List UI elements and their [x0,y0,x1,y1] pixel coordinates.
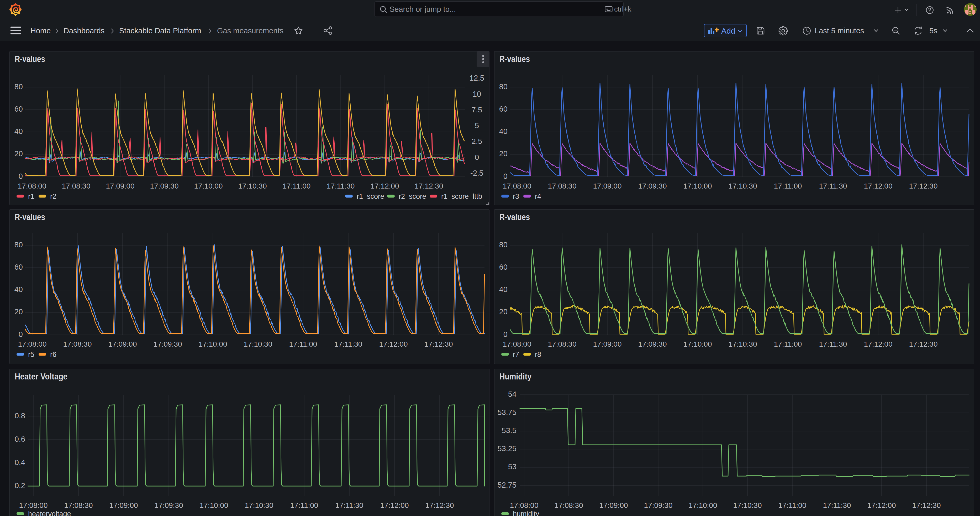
svg-text:60: 60 [499,263,508,271]
svg-text:60: 60 [14,105,23,113]
svg-text:r1_score: r1_score [357,193,384,201]
svg-text:17:09:30: 17:09:30 [638,340,667,348]
svg-text:17:11:30: 17:11:30 [819,182,847,190]
svg-text:0: 0 [503,330,508,339]
svg-text:53.25: 53.25 [497,444,517,453]
svg-text:10: 10 [473,90,481,98]
svg-text:20: 20 [14,150,23,158]
svg-text:17:08:00: 17:08:00 [19,501,48,510]
svg-text:17:12:30: 17:12:30 [909,182,938,190]
svg-text:r4: r4 [535,193,541,201]
svg-text:17:10:30: 17:10:30 [733,501,762,510]
svg-text:17:11:30: 17:11:30 [334,340,363,348]
svg-text:20: 20 [499,150,508,158]
svg-text:17:09:00: 17:09:00 [593,340,622,348]
svg-text:R-values: R-values [500,212,530,222]
svg-text:17:11:30: 17:11:30 [819,340,847,348]
svg-text:60: 60 [499,105,508,113]
svg-text:40: 40 [14,127,23,135]
svg-text:80: 80 [14,83,23,91]
svg-text:17:10:30: 17:10:30 [244,340,272,348]
svg-text:17:08:00: 17:08:00 [18,182,46,190]
svg-text:17:08:30: 17:08:30 [548,340,577,348]
svg-text:17:11:30: 17:11:30 [823,501,851,510]
svg-text:17:12:00: 17:12:00 [867,501,896,510]
svg-text:17:11:00: 17:11:00 [774,340,802,348]
svg-text:17:09:00: 17:09:00 [110,501,138,510]
svg-text:0: 0 [19,172,23,180]
svg-text:R-values: R-values [15,212,45,222]
svg-text:40: 40 [499,127,508,135]
svg-text:17:08:30: 17:08:30 [62,182,91,190]
svg-text:17:12:30: 17:12:30 [912,501,941,510]
svg-text:17:08:30: 17:08:30 [64,501,93,510]
svg-text:17:12:30: 17:12:30 [415,182,443,190]
svg-text:r2_score: r2_score [399,193,426,201]
svg-text:r1: r1 [28,193,34,201]
svg-text:17:12:00: 17:12:00 [380,501,409,510]
svg-text:17:08:00: 17:08:00 [510,501,539,510]
svg-text:17:10:30: 17:10:30 [238,182,267,190]
svg-text:5: 5 [475,121,479,130]
svg-text:54: 54 [508,390,517,398]
svg-text:17:09:30: 17:09:30 [154,501,183,510]
svg-text:60: 60 [14,263,23,271]
svg-text:17:09:00: 17:09:00 [593,182,622,190]
svg-text:40: 40 [14,285,23,294]
svg-text:17:11:30: 17:11:30 [336,501,363,510]
svg-text:humidity: humidity [513,510,539,516]
svg-text:17:10:00: 17:10:00 [689,501,717,510]
svg-text:7.5: 7.5 [472,105,482,114]
svg-text:17:11:00: 17:11:00 [283,182,311,190]
svg-text:40: 40 [499,285,508,294]
svg-text:heatervoltage: heatervoltage [28,510,71,516]
svg-text:0.8: 0.8 [15,411,25,420]
svg-text:17:08:30: 17:08:30 [555,501,583,510]
svg-text:17:11:00: 17:11:00 [289,340,317,348]
svg-text:20: 20 [499,307,508,316]
svg-text:17:10:00: 17:10:00 [199,340,227,348]
svg-text:r6: r6 [50,350,56,358]
svg-text:17:10:00: 17:10:00 [683,182,712,190]
svg-text:17:08:00: 17:08:00 [18,340,47,348]
svg-text:0.4: 0.4 [15,458,25,467]
svg-text:17:10:30: 17:10:30 [729,340,757,348]
svg-text:R-values: R-values [15,54,45,64]
svg-text:-2.5: -2.5 [470,169,484,177]
svg-text:0.2: 0.2 [15,481,25,490]
svg-text:17:10:00: 17:10:00 [194,182,223,190]
svg-text:17:11:30: 17:11:30 [327,182,355,190]
svg-text:r1_score_lttb: r1_score_lttb [441,193,482,201]
svg-text:R-values: R-values [500,54,530,64]
svg-text:Heater Voltage: Heater Voltage [15,371,67,381]
svg-text:17:09:00: 17:09:00 [108,340,137,348]
svg-text:80: 80 [499,83,508,91]
svg-text:17:09:30: 17:09:30 [644,501,673,510]
svg-text:17:11:00: 17:11:00 [778,501,807,510]
svg-text:17:10:30: 17:10:30 [245,501,274,510]
svg-text:17:08:30: 17:08:30 [548,182,577,190]
svg-text:r2: r2 [50,193,56,201]
svg-text:0: 0 [475,153,479,161]
svg-text:r8: r8 [535,350,541,358]
svg-text:17:10:30: 17:10:30 [729,182,757,190]
svg-text:17:12:30: 17:12:30 [909,340,938,348]
svg-text:17:09:30: 17:09:30 [150,182,179,190]
svg-text:17:08:30: 17:08:30 [63,340,92,348]
svg-text:0: 0 [503,172,508,180]
svg-text:17:10:00: 17:10:00 [683,340,712,348]
svg-text:17:10:00: 17:10:00 [200,501,228,510]
svg-text:17:11:00: 17:11:00 [290,501,318,510]
svg-text:17:08:00: 17:08:00 [503,182,531,190]
svg-text:17:09:00: 17:09:00 [106,182,135,190]
svg-text:17:09:30: 17:09:30 [154,340,182,348]
svg-text:17:09:30: 17:09:30 [638,182,667,190]
svg-text:53.75: 53.75 [497,408,517,416]
svg-text:53: 53 [508,462,517,471]
svg-text:17:12:00: 17:12:00 [864,340,892,348]
svg-text:80: 80 [499,240,508,249]
svg-text:2.5: 2.5 [472,137,482,145]
svg-text:0.6: 0.6 [15,435,25,443]
svg-text:Humidity: Humidity [500,371,532,381]
svg-text:20: 20 [14,307,23,316]
